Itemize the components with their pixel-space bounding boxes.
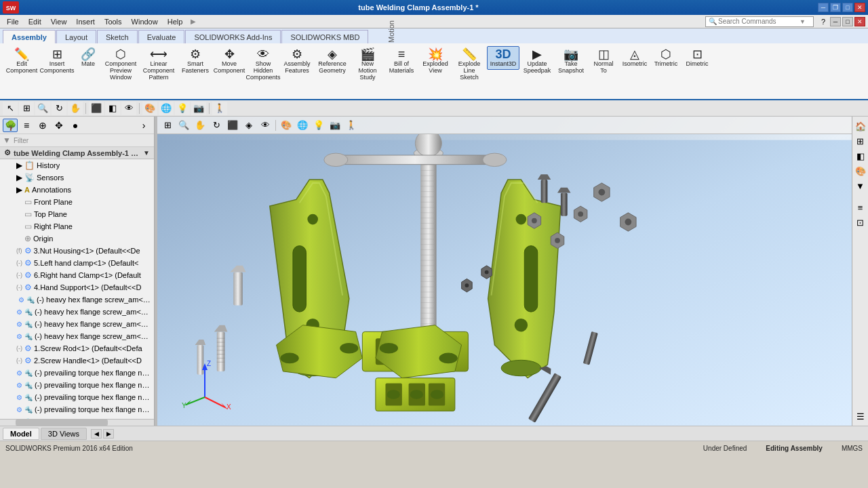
- tree-item-nut-housing[interactable]: (f) ⚙ 3.Nut Housing<1> (Default<<De: [0, 245, 154, 257]
- horizontal-scrollbar[interactable]: [0, 419, 154, 426]
- menu-view[interactable]: View: [47, 17, 71, 26]
- ribbon-btn-mate[interactable]: 🔗 Mate: [75, 46, 102, 70]
- right-display-btn[interactable]: ◧: [854, 149, 867, 163]
- menu-window[interactable]: Window: [127, 17, 162, 26]
- tree-item-screw-am4[interactable]: ⚙ 🔩 (-) heavy hex flange screw_am<4> ((: [0, 318, 154, 330]
- titlebar-restore2[interactable]: □: [842, 17, 853, 26]
- ribbon-btn-assembly-features[interactable]: ⚙ AssemblyFeatures: [281, 46, 313, 77]
- tree-item-right-plane[interactable]: ▭ Right Plane: [0, 220, 154, 232]
- right-zoom-btn[interactable]: ⊞: [854, 134, 867, 148]
- ribbon-btn-insert-components[interactable]: ⊞ InsertComponents: [41, 46, 73, 77]
- close-button[interactable]: ✕: [854, 3, 865, 12]
- walk-through-tool[interactable]: 🚶: [212, 102, 227, 115]
- menu-tools[interactable]: Tools: [100, 17, 126, 26]
- dimxpert-tab[interactable]: ✥: [52, 119, 66, 132]
- right-color-btn[interactable]: 🎨: [854, 164, 867, 178]
- ribbon-btn-component-preview[interactable]: ⬡ ComponentPreviewWindow: [103, 46, 138, 83]
- tab-3d-views[interactable]: 3D Views: [41, 428, 87, 440]
- vp-cameras[interactable]: 📷: [328, 119, 342, 132]
- config-manager-tab[interactable]: ⊕: [35, 119, 50, 132]
- zoom-area-tool[interactable]: 🔍: [35, 102, 50, 115]
- ribbon-btn-update-speedpak[interactable]: ▶ UpdateSpeedpak: [521, 46, 553, 77]
- vp-pan[interactable]: ✋: [193, 119, 208, 132]
- ribbon-btn-normal-to[interactable]: ◫ NormalTo: [589, 46, 618, 77]
- tab-sketch[interactable]: Sketch: [97, 30, 138, 43]
- appearances-tool[interactable]: 🎨: [142, 102, 157, 115]
- tab-layout[interactable]: Layout: [56, 30, 96, 43]
- menu-edit[interactable]: Edit: [24, 17, 45, 26]
- search-input[interactable]: [718, 18, 800, 25]
- minimize-button[interactable]: ─: [818, 3, 829, 12]
- tree-item-origin[interactable]: ⊕ Origin: [0, 232, 154, 245]
- tree-item-front-plane[interactable]: ▭ Front Plane: [0, 196, 154, 208]
- feature-tree-tab[interactable]: 🌳: [3, 119, 18, 132]
- tree-item-nut3[interactable]: ⚙ 🔩 (-) prevailing torque hex flange nut…: [0, 391, 154, 403]
- ribbon-btn-exploded-view[interactable]: 💥 ExplodedView: [419, 46, 452, 77]
- panel-expand-button[interactable]: ›: [136, 119, 151, 132]
- scenes-tool[interactable]: 🌐: [159, 102, 174, 115]
- vp-section[interactable]: ⬛: [225, 119, 240, 132]
- vp-hide-show[interactable]: 👁: [258, 119, 273, 132]
- ribbon-btn-linear-pattern[interactable]: ⟷ Linear ComponentPattern: [140, 46, 178, 83]
- hide-show-tool[interactable]: 👁: [121, 102, 136, 115]
- ribbon-btn-new-motion-study[interactable]: 🎬 NewMotionStudy: [351, 46, 384, 83]
- vp-display-filter[interactable]: ◈: [241, 119, 256, 132]
- tree-item-nut4[interactable]: ⚙ 🔩 (-) prevailing torque hex flange nut…: [0, 403, 154, 415]
- ribbon-btn-bill-of-materials[interactable]: ≡ Bill ofMaterials: [385, 46, 418, 77]
- tree-item-screw-am2[interactable]: ⚙ 🔩 (-) heavy hex flange screw_am<2> ((: [0, 306, 154, 318]
- ribbon-btn-isometric[interactable]: ◬ Isometric: [620, 46, 650, 70]
- vp-scenes[interactable]: 🌐: [295, 119, 310, 132]
- right-more-btn1[interactable]: ≡: [854, 201, 867, 214]
- lights-tool[interactable]: 💡: [175, 102, 190, 115]
- tree-item-screw-handle[interactable]: (-) ⚙ 2.Screw Handle<1> (Default<<D: [0, 354, 154, 367]
- help-icon[interactable]: ?: [818, 16, 829, 27]
- search-commands-box[interactable]: 🔍 ▼: [705, 16, 814, 27]
- tree-item-hand-support[interactable]: (-) ⚙ 4.Hand Support<1> (Default<<D: [0, 281, 154, 293]
- display-style-tool[interactable]: ◧: [105, 102, 120, 115]
- menu-help[interactable]: Help: [163, 17, 187, 26]
- tree-item-annotations[interactable]: ▶ A Annotations: [0, 184, 154, 196]
- titlebar-close2[interactable]: ✕: [854, 17, 865, 26]
- rotate-tool[interactable]: ↻: [52, 102, 66, 115]
- ribbon-btn-explode-line[interactable]: 📏 ExplodeLineSketch: [453, 46, 486, 83]
- ribbon-btn-trimetric[interactable]: ⬡ Trimetric: [651, 46, 681, 70]
- vp-appearances[interactable]: 🎨: [279, 119, 294, 132]
- ribbon-btn-show-hidden[interactable]: 👁 ShowHiddenComponents: [247, 46, 279, 83]
- tab-evaluate[interactable]: Evaluate: [138, 30, 185, 43]
- pan-tool[interactable]: ✋: [68, 102, 83, 115]
- menu-insert[interactable]: Insert: [72, 17, 99, 26]
- maximize-button[interactable]: □: [842, 3, 853, 12]
- tree-item-top-plane[interactable]: ▭ Top Plane: [0, 208, 154, 220]
- titlebar-minimize2[interactable]: ─: [830, 17, 841, 26]
- tree-item-screw-am1[interactable]: ⚙ 🔩 (-) heavy hex flange screw_am<1> ((: [0, 293, 154, 306]
- menu-file[interactable]: File: [3, 17, 23, 26]
- vp-walk-through[interactable]: 🚶: [344, 119, 359, 132]
- ribbon-btn-move-component[interactable]: ✥ MoveComponent: [213, 46, 245, 77]
- pointer-tool[interactable]: ↖: [3, 102, 18, 115]
- appearance-tab[interactable]: ●: [68, 119, 83, 132]
- right-filter-btn[interactable]: ▼: [854, 179, 867, 192]
- ribbon-btn-smart-fasteners[interactable]: ⚙ SmartFasteners: [179, 46, 212, 77]
- tree-item-sensors[interactable]: ▶ 📡 Sensors: [0, 171, 154, 184]
- tree-item-history[interactable]: ▶ 📋 History: [0, 159, 154, 171]
- tab-prev-btn[interactable]: ◀: [91, 429, 102, 439]
- vp-zoom-in[interactable]: 🔍: [176, 119, 191, 132]
- right-bottom-btn[interactable]: ☰: [854, 409, 867, 423]
- tree-item-nut1[interactable]: ⚙ 🔩 (-) prevailing torque hex flange nut…: [0, 367, 154, 379]
- vp-rotate[interactable]: ↻: [209, 119, 224, 132]
- restore-button[interactable]: ❐: [830, 3, 841, 12]
- vp-lights[interactable]: 💡: [311, 119, 326, 132]
- tree-header-expand[interactable]: ▼: [143, 149, 150, 157]
- tree-item-screw-am5[interactable]: ⚙ 🔩 (-) heavy hex flange screw_am<5> ((: [0, 330, 154, 342]
- ribbon-btn-dimetric[interactable]: ⊡ Dimetric: [682, 46, 712, 70]
- ribbon-btn-take-snapshot[interactable]: 📷 TakeSnapshot: [555, 46, 587, 77]
- tree-item-left-clamp[interactable]: (-) ⚙ 5.Left hand clamp<1> (Default<: [0, 257, 154, 269]
- tree-item-screw-rod[interactable]: (-) ⚙ 1.Screw Rod<1> (Default<<Defa: [0, 342, 154, 354]
- tab-model[interactable]: Model: [3, 428, 39, 440]
- ribbon-btn-edit-component[interactable]: ✏️ EditComponent: [4, 46, 39, 77]
- search-dropdown-icon[interactable]: ▼: [800, 18, 806, 25]
- tree-item-nut2[interactable]: ⚙ 🔩 (-) prevailing torque hex flange nut…: [0, 379, 154, 391]
- viewport[interactable]: ⊞ 🔍 ✋ ↻ ⬛ ◈ 👁 🎨 🌐 💡 📷 🚶: [157, 117, 852, 426]
- right-more-btn2[interactable]: ⊡: [854, 216, 867, 229]
- property-manager-tab[interactable]: ≡: [19, 119, 34, 132]
